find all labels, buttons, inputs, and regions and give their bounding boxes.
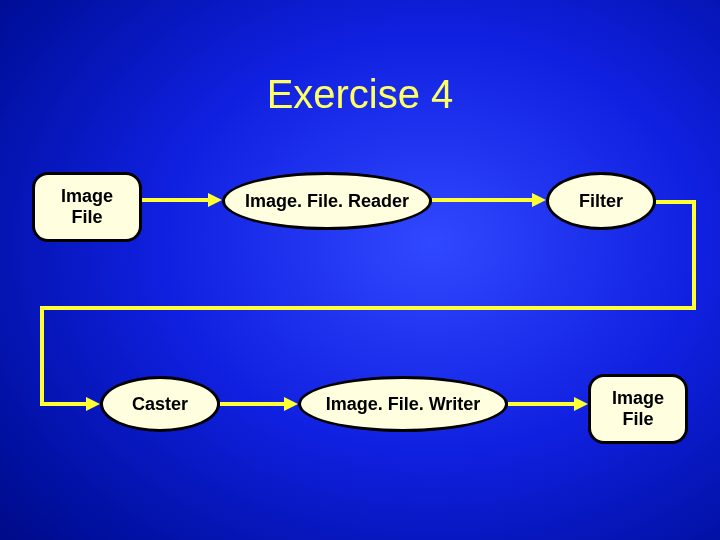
node-label: Image. File. Writer <box>326 394 481 415</box>
node-label: Image File <box>612 388 664 429</box>
arrow <box>40 306 696 310</box>
node-caster: Caster <box>100 376 220 432</box>
arrow <box>692 200 696 310</box>
arrow-head-icon <box>574 397 588 411</box>
arrow-head-icon <box>532 193 546 207</box>
arrow-head-icon <box>86 397 100 411</box>
arrow <box>40 306 44 402</box>
arrow <box>220 402 284 406</box>
arrow <box>432 198 532 202</box>
arrow <box>508 402 574 406</box>
node-label: Filter <box>579 191 623 212</box>
slide-title: Exercise 4 <box>267 72 454 117</box>
arrow-head-icon <box>208 193 222 207</box>
node-image-file-in: Image File <box>32 172 142 242</box>
node-image-file-out: Image File <box>588 374 688 444</box>
node-writer: Image. File. Writer <box>298 376 508 432</box>
node-label: Caster <box>132 394 188 415</box>
node-label: Image. File. Reader <box>245 191 409 212</box>
arrow <box>40 402 86 406</box>
arrow-head-icon <box>284 397 298 411</box>
node-filter: Filter <box>546 172 656 230</box>
arrow <box>656 200 696 204</box>
node-reader: Image. File. Reader <box>222 172 432 230</box>
arrow <box>142 198 208 202</box>
node-label: Image File <box>61 186 113 227</box>
